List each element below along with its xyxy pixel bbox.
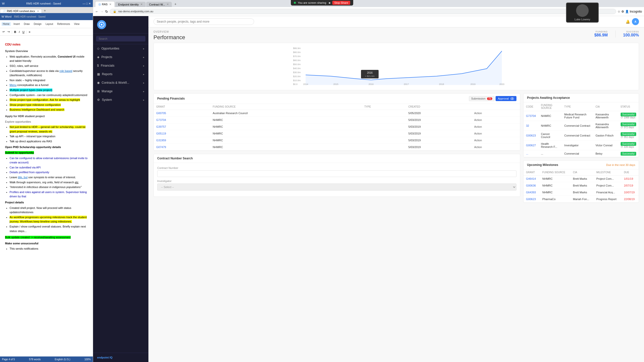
ribbon-tab-layout[interactable]: Layout: [44, 22, 54, 26]
projects-awaiting-card: Projects Awaiting Acceptance CODE FUNDIN…: [523, 93, 639, 157]
sidebar-item-opportunities[interactable]: ◇ Opportunities ▸: [93, 44, 148, 53]
sidebar-item-system[interactable]: ⚙ System ▸: [93, 96, 148, 104]
pa-col-funding: FUNDING SOURCE: [538, 102, 562, 111]
browser-tab-endpoint[interactable]: Endpoint Identity ✕: [115, 2, 146, 7]
ribbon-tab-insert[interactable]: Insert: [12, 22, 21, 26]
title-link[interactable]: title, but: [18, 176, 28, 179]
role-based-link[interactable]: role based: [59, 69, 72, 72]
toolbar-undo[interactable]: ↩: [2, 30, 6, 34]
extensions-button[interactable]: ⚙: [621, 10, 624, 13]
created-cell: 5/03/2019: [406, 144, 472, 151]
browser-address-bar[interactable]: 🔒 ras-demo.endpointiq.com.au: [110, 9, 616, 14]
investigator-select[interactable]: -- Select --: [157, 184, 516, 191]
submission-tab[interactable]: Submission 75: [469, 96, 495, 101]
bookmark-button[interactable]: ☆: [618, 10, 620, 13]
make-unsuccessful-list: This sends notifications: [10, 247, 88, 251]
contract-tab-label: Contract W...: [149, 3, 165, 6]
ras-tab-close[interactable]: ✕: [109, 3, 111, 6]
sidebar-item-reports[interactable]: ▦ Reports ▸: [93, 70, 148, 78]
new-tab-button[interactable]: +: [42, 8, 48, 13]
action-btn[interactable]: Action: [474, 132, 482, 135]
action-btn[interactable]: Action: [474, 112, 482, 115]
browser-tab-contract[interactable]: Contract W... ✕: [146, 2, 172, 7]
notifications-icon[interactable]: 🔔: [626, 20, 630, 24]
pa-code-32[interactable]: 32: [526, 124, 529, 127]
ribbon-tab-draw[interactable]: Draw: [23, 22, 31, 26]
svg-text:$60.0m: $60.0m: [293, 59, 301, 62]
word-doc-title-mini: RMS HDR runsheet · Saved: [14, 15, 46, 18]
toolbar-bold[interactable]: B: [13, 30, 17, 34]
pa-col-code: CODE: [524, 102, 538, 111]
grant-link-g05119[interactable]: G05119: [156, 132, 166, 135]
forward-button[interactable]: →: [100, 10, 104, 14]
sidebar-search-input[interactable]: [96, 36, 145, 41]
grant-link-g39757[interactable]: G39757: [156, 125, 166, 128]
pa-col-status: STATUS: [618, 102, 639, 111]
ms-grant-g64393[interactable]: G64393: [526, 191, 536, 194]
app-logo-icon: [97, 20, 106, 29]
svg-text:2018: 2018: [439, 83, 444, 85]
word-content-area[interactable]: CDU notes System Overview Web applicatio…: [0, 36, 93, 356]
browser-tab-bar: ◎ RAS ✕ Endpoint Identity ✕ Contract W..…: [93, 0, 644, 7]
toolbar-bullets[interactable]: ≡: [28, 30, 31, 34]
contracts-icon: ◉: [97, 81, 100, 84]
manage-chevron: ▸: [143, 90, 144, 93]
menu-link[interactable]: Menu: [10, 83, 17, 86]
svg-text:$70.0m: $70.0m: [293, 55, 301, 58]
ribbon-tab-refs[interactable]: References: [56, 22, 71, 26]
ms-grant-g00623[interactable]: G00623: [526, 198, 536, 201]
action-btn[interactable]: Action: [474, 125, 482, 128]
ms-grant-g00636[interactable]: G00636: [526, 184, 536, 187]
grant-link-g31959[interactable]: G31959: [156, 139, 166, 142]
pa-code-other[interactable]: ...: [526, 152, 528, 155]
incognito-button[interactable]: 👤 Incognito: [625, 10, 642, 13]
word-doc-tab[interactable]: 📄 RMS HDR runsheet.docx ✕: [0, 9, 42, 13]
word-ribbon-tabs: Home Insert Draw Design Layout Reference…: [0, 20, 93, 28]
grant-link-g73704[interactable]: G73704: [156, 118, 166, 121]
contract-number-input[interactable]: [157, 170, 516, 177]
stop-share-button[interactable]: Stop Share: [332, 1, 350, 5]
word-tab-close[interactable]: ✕: [37, 10, 39, 13]
new-tab-btn[interactable]: +: [172, 1, 178, 7]
approval-tab[interactable]: Approval 2: [496, 96, 516, 101]
grant-link-g07479[interactable]: G07479: [156, 146, 166, 149]
word-window-controls[interactable]: — □ ✕: [83, 2, 91, 5]
table-row: G00623 Cancer Council Commercial Contrac…: [524, 131, 639, 141]
pa-code-g73704[interactable]: G73704: [526, 114, 536, 117]
svg-text:$10.0m: $10.0m: [293, 79, 301, 82]
browser-tab-ras[interactable]: ◎ RAS ✕: [95, 1, 115, 7]
refresh-button[interactable]: ↻: [105, 10, 108, 14]
svg-text:2016: 2016: [369, 83, 374, 85]
ribbon-tab-home[interactable]: Home: [2, 22, 11, 26]
toolbar-underline[interactable]: U: [21, 30, 25, 34]
toolbar-redo[interactable]: ↪: [7, 30, 11, 34]
success-metric: SUCCESS 100.00%: [623, 30, 639, 37]
ms-grant-g46414[interactable]: G46414: [526, 177, 536, 180]
toolbar-italic[interactable]: I: [18, 30, 21, 34]
list-item: Details prefilled from opportunity: [10, 170, 88, 175]
endpoint-tab-close[interactable]: ✕: [140, 3, 143, 6]
grant-link-g00705[interactable]: G00705: [156, 112, 166, 115]
sidebar-item-financials[interactable]: $ Financials ▸: [93, 61, 148, 70]
app-search-input[interactable]: [153, 18, 254, 25]
sidebar-item-projects[interactable]: ◈ Projects ▸: [93, 53, 148, 61]
action-btn[interactable]: Action: [474, 146, 482, 149]
list-item: As workflow progresses upcoming mileston…: [10, 215, 88, 224]
user-avatar[interactable]: A: [632, 18, 639, 25]
ribbon-tab-design[interactable]: Design: [32, 22, 43, 26]
pa-code-g00623[interactable]: G00623: [526, 134, 536, 137]
sidebar-item-manage[interactable]: ⊞ Manage ▸: [93, 87, 148, 96]
contract-tab-close[interactable]: ✕: [167, 3, 169, 6]
list-item: Candidate/supervisor access to data via …: [10, 69, 88, 78]
system-overview-heading: System Overview: [5, 49, 88, 54]
sidebar-item-contracts[interactable]: ◉ Contracts & Workfl... ▸: [93, 78, 148, 87]
action-btn[interactable]: Action: [474, 139, 482, 142]
pa-code-g00627[interactable]: G00627: [526, 144, 536, 147]
back-button[interactable]: ←: [95, 10, 99, 14]
list-item: Show project type configuration. Ask for…: [10, 98, 88, 102]
type-cell: [362, 137, 406, 144]
ribbon-tab-view[interactable]: View: [73, 22, 81, 26]
pa-status: Successful⏱ 339 days: [618, 141, 639, 150]
action-btn[interactable]: Action: [474, 118, 482, 121]
pa-status: Successful⏱ 372 days: [618, 121, 639, 131]
